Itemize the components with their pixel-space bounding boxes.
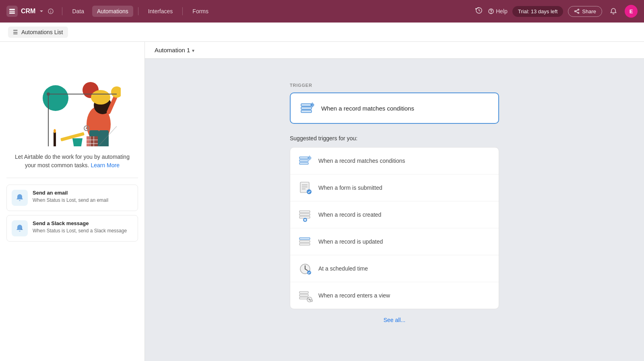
trigger-icon-record-match bbox=[297, 153, 313, 168]
nav-separator-2 bbox=[138, 7, 138, 15]
help-label: Help bbox=[496, 8, 508, 14]
svg-point-36 bbox=[86, 127, 87, 129]
svg-rect-60 bbox=[299, 240, 310, 242]
trigger-item-text-6: When a record enters a view bbox=[318, 292, 390, 299]
svg-point-14 bbox=[43, 85, 68, 111]
trigger-item-record-created[interactable]: When a record is created bbox=[290, 201, 499, 228]
trigger-item-text-2: When a form is submitted bbox=[318, 185, 382, 191]
card-slack-content: Send a Slack message When Status is Lost… bbox=[33, 220, 127, 234]
help-button[interactable]: Help bbox=[488, 8, 508, 14]
trial-button[interactable]: Trial: 13 days left bbox=[512, 6, 564, 17]
svg-rect-40 bbox=[301, 110, 312, 113]
svg-rect-59 bbox=[299, 238, 310, 240]
svg-rect-67 bbox=[299, 294, 308, 296]
sidebar-description: Let Airtable do the work for you by auto… bbox=[0, 153, 144, 178]
share-label: Share bbox=[582, 8, 596, 14]
learn-more-link[interactable]: Learn More bbox=[91, 162, 120, 168]
info-icon[interactable]: i bbox=[47, 8, 54, 14]
share-icon bbox=[574, 8, 580, 14]
automation-title-text: Automation 1 bbox=[155, 47, 190, 53]
automation-header: Automation 1 ▾ bbox=[145, 42, 644, 59]
svg-point-10 bbox=[575, 11, 576, 12]
svg-point-70 bbox=[309, 299, 311, 301]
trigger-item-record-view[interactable]: When a record enters a view bbox=[290, 282, 499, 309]
sidebar: Let Airtable do the work for you by auto… bbox=[0, 42, 145, 361]
card-slack-desc: When Status is Lost, send a Slack messag… bbox=[33, 228, 127, 234]
svg-rect-45 bbox=[299, 162, 308, 164]
trigger-container: TRIGGER When a rec bbox=[290, 83, 499, 345]
trigger-item-text-1: When a record matches conditions bbox=[318, 158, 405, 164]
svg-line-12 bbox=[576, 10, 578, 11]
trigger-icon-scheduled bbox=[297, 261, 313, 276]
svg-point-18 bbox=[91, 90, 110, 105]
card-email-content: Send an email When Status is Lost, send … bbox=[33, 190, 108, 204]
see-all: See all... bbox=[290, 316, 499, 324]
svg-rect-0 bbox=[9, 9, 15, 10]
trigger-item-text-4: When a record is updated bbox=[318, 238, 383, 245]
nav-forms[interactable]: Forms bbox=[188, 6, 213, 17]
history-icon[interactable] bbox=[475, 6, 483, 16]
sidebar-card-email[interactable]: Send an email When Status is Lost, send … bbox=[6, 185, 138, 211]
svg-rect-38 bbox=[301, 104, 312, 106]
svg-point-28 bbox=[54, 129, 56, 133]
trigger-item-form[interactable]: When a form is submitted bbox=[290, 174, 499, 201]
sidebar-cards: Send an email When Status is Lost, send … bbox=[0, 178, 144, 248]
share-button[interactable]: Share bbox=[568, 6, 602, 17]
bell-slack-icon bbox=[15, 224, 24, 233]
app-dropdown-icon[interactable] bbox=[39, 8, 44, 14]
svg-line-13 bbox=[576, 12, 578, 12]
svg-point-11 bbox=[578, 12, 579, 14]
see-all-link[interactable]: See all... bbox=[384, 317, 405, 323]
nav-interfaces[interactable]: Interfaces bbox=[143, 6, 178, 17]
svg-rect-53 bbox=[299, 211, 310, 213]
card-slack-title: Send a Slack message bbox=[33, 220, 127, 226]
svg-point-47 bbox=[309, 157, 310, 159]
automation-title[interactable]: Automation 1 ▾ bbox=[155, 47, 194, 53]
svg-point-9 bbox=[578, 9, 579, 10]
trigger-item-record-updated[interactable]: When a record is updated bbox=[290, 228, 499, 255]
notification-button[interactable] bbox=[607, 5, 620, 18]
top-navigation: CRM i Data Automations Interfaces Forms … bbox=[0, 0, 644, 23]
trigger-icon-record-updated bbox=[297, 234, 313, 249]
trigger-icon-record-view bbox=[297, 288, 313, 303]
svg-rect-1 bbox=[9, 11, 15, 12]
automations-list-label: Automations List bbox=[21, 29, 63, 35]
nav-automations[interactable]: Automations bbox=[92, 6, 133, 17]
suggested-title: Suggested triggers for you: bbox=[290, 135, 499, 142]
svg-rect-30 bbox=[87, 136, 98, 146]
nav-separator-3 bbox=[182, 7, 183, 15]
card-email-title: Send an email bbox=[33, 190, 108, 196]
avatar[interactable]: E bbox=[625, 5, 638, 18]
card-email-icon bbox=[12, 190, 28, 206]
trigger-item-scheduled[interactable]: At a scheduled time bbox=[290, 255, 499, 282]
sidebar-illustration bbox=[0, 42, 144, 153]
selected-trigger-icon bbox=[299, 100, 316, 117]
nav-separator-1 bbox=[62, 7, 62, 15]
svg-rect-2 bbox=[9, 12, 15, 14]
subheader: ☰ Automations List bbox=[0, 23, 644, 42]
svg-rect-61 bbox=[299, 243, 310, 245]
card-slack-icon bbox=[12, 220, 28, 236]
svg-rect-39 bbox=[301, 107, 312, 109]
svg-rect-44 bbox=[299, 160, 308, 162]
automations-list-button[interactable]: ☰ Automations List bbox=[8, 27, 68, 38]
illustration-svg bbox=[24, 54, 121, 146]
trigger-item-text-5: At a scheduled time bbox=[318, 265, 368, 272]
svg-rect-54 bbox=[299, 213, 310, 215]
svg-point-72 bbox=[311, 300, 312, 302]
help-icon bbox=[488, 8, 494, 14]
logo-icon bbox=[6, 6, 18, 17]
nav-data[interactable]: Data bbox=[67, 6, 89, 17]
nav-right-group: Help Trial: 13 days left Share E bbox=[475, 5, 638, 18]
svg-rect-66 bbox=[299, 291, 308, 293]
svg-point-26 bbox=[47, 92, 50, 96]
bell-card-icon bbox=[15, 193, 24, 202]
app-logo[interactable]: CRM i bbox=[6, 6, 54, 17]
svg-rect-43 bbox=[299, 157, 308, 159]
trigger-icon-form bbox=[297, 180, 313, 195]
selected-trigger-card[interactable]: When a record matches conditions bbox=[290, 92, 499, 124]
trigger-item-record-match[interactable]: When a record matches conditions bbox=[290, 148, 499, 174]
sidebar-card-slack[interactable]: Send a Slack message When Status is Lost… bbox=[6, 215, 138, 242]
content-area: Let Airtable do the work for you by auto… bbox=[0, 42, 644, 361]
hamburger-icon: ☰ bbox=[13, 29, 18, 35]
